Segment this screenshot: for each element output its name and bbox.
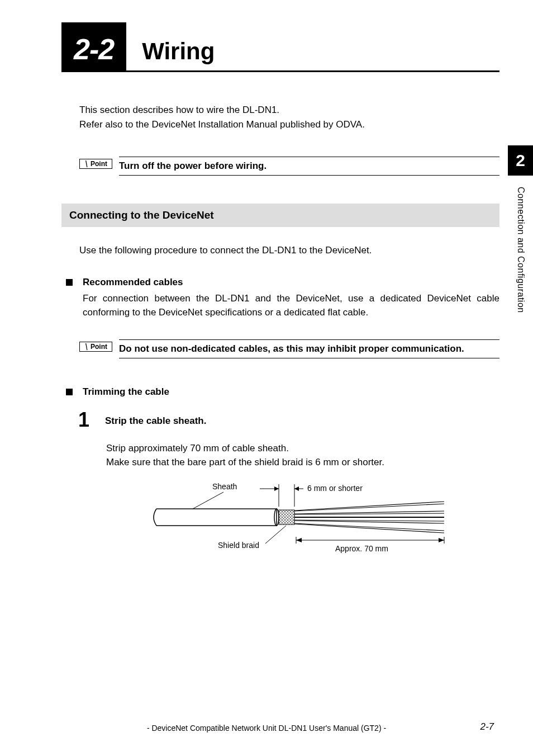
- subsection-bar: Connecting to the DeviceNet: [61, 204, 499, 227]
- point-callout-1: Point Turn off the power before wiring.: [79, 157, 499, 176]
- sheath-label: Sheath: [212, 482, 237, 491]
- svg-line-4: [294, 502, 444, 511]
- trimming-heading: Trimming the cable: [66, 386, 499, 398]
- recommended-title: Recommended cables: [83, 277, 183, 288]
- step-number: 1: [78, 410, 89, 430]
- bullet-square-icon: [66, 279, 73, 286]
- side-chapter-number: 2: [508, 145, 533, 176]
- side-tab: 2 Connection and Configuration: [508, 145, 533, 313]
- point-label: Point: [79, 342, 112, 352]
- side-chapter-label: Connection and Configuration: [516, 187, 526, 313]
- point-text: Turn off the power before wiring.: [119, 160, 266, 171]
- point-label: Point: [79, 159, 112, 169]
- svg-marker-24: [439, 538, 444, 542]
- step-body: Strip approximately 70 mm of cable sheat…: [106, 441, 499, 470]
- svg-line-0: [193, 492, 223, 509]
- svg-marker-16: [274, 486, 279, 491]
- intro-line-2: Refer also to the DeviceNet Installation…: [79, 117, 499, 132]
- svg-line-10: [294, 523, 444, 531]
- cable-diagram-svg: Sheath: [140, 481, 453, 554]
- section-header: 2-2 Wiring: [61, 22, 499, 72]
- svg-line-5: [294, 504, 444, 511]
- section-number: 2-2: [74, 33, 114, 65]
- short-dim-label: 6 mm or shorter: [307, 484, 363, 493]
- footer-text: - DeviceNet Compatible Network Unit DL-D…: [0, 724, 533, 733]
- subsection-intro: Use the following procedure to connect t…: [79, 244, 499, 257]
- svg-line-11: [294, 524, 444, 533]
- recommended-heading: Recommended cables: [66, 277, 499, 288]
- shield-label: Shield braid: [218, 541, 259, 550]
- subsection-title: Connecting to the DeviceNet: [69, 209, 214, 221]
- step-body-line-2: Make sure that the bare part of the shie…: [106, 455, 499, 470]
- page-number: 2-7: [480, 721, 494, 733]
- point-text-wrap: Do not use non-dedicated cables, as this…: [119, 339, 499, 358]
- length-dim-label: Approx. 70 mm: [335, 544, 388, 553]
- step-body-line-1: Strip approximately 70 mm of cable sheat…: [106, 441, 499, 456]
- svg-line-19: [265, 526, 286, 544]
- step-1-row: 1 Strip the cable sheath.: [78, 410, 499, 430]
- point-callout-2: Point Do not use non-dedicated cables, a…: [79, 339, 499, 358]
- svg-rect-3: [279, 510, 294, 525]
- section-number-box: 2-2: [61, 22, 126, 70]
- intro-line-1: This section describes how to wire the D…: [79, 103, 499, 117]
- trimming-title: Trimming the cable: [83, 386, 169, 398]
- intro-paragraph: This section describes how to wire the D…: [79, 103, 499, 131]
- recommended-body: For connection between the DL-DN1 and th…: [83, 291, 499, 320]
- point-text: Do not use non-dedicated cables, as this…: [119, 343, 464, 354]
- section-title: Wiring: [142, 38, 215, 65]
- bullet-square-icon: [66, 389, 73, 395]
- step-title: Strip the cable sheath.: [105, 415, 206, 427]
- svg-marker-23: [296, 538, 302, 542]
- svg-marker-18: [294, 486, 299, 491]
- cable-diagram: Sheath: [140, 481, 499, 556]
- point-text-wrap: Turn off the power before wiring.: [119, 157, 499, 176]
